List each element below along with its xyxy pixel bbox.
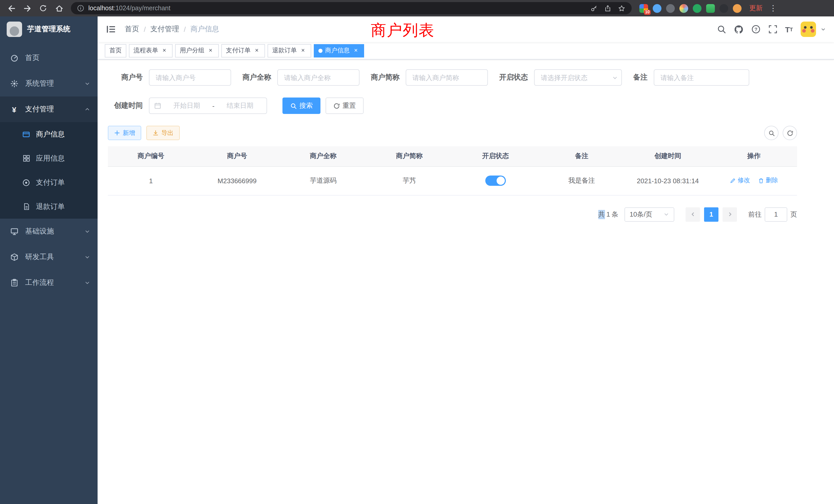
close-icon[interactable]: × bbox=[253, 47, 260, 54]
browser-home-icon[interactable] bbox=[53, 2, 65, 14]
sidebar-item-app-info[interactable]: 应用信息 bbox=[0, 146, 97, 170]
pagination-total: 共 1 条 bbox=[598, 210, 618, 219]
browser-back-icon[interactable] bbox=[5, 2, 18, 14]
calendar-icon bbox=[154, 102, 161, 109]
extension-dark-icon[interactable] bbox=[666, 4, 675, 13]
extension-avatar-icon[interactable] bbox=[733, 4, 742, 13]
payment-submenu: 商户信息 应用信息 支付订单 bbox=[0, 122, 97, 219]
chevron-down-icon bbox=[85, 79, 90, 88]
search-button[interactable]: 搜索 bbox=[282, 97, 321, 114]
sidebar-item-label: 工作流程 bbox=[25, 278, 54, 288]
sidebar-item-label: 应用信息 bbox=[36, 154, 65, 163]
toggle-search-icon[interactable] bbox=[764, 126, 778, 140]
url-host: localhost bbox=[88, 5, 114, 12]
sidebar-item-system[interactable]: 系统管理 bbox=[0, 71, 97, 96]
sidebar-item-merchant-info[interactable]: 商户信息 bbox=[0, 122, 97, 146]
bookmark-star-icon[interactable] bbox=[618, 4, 626, 12]
cell-create-time: 2021-10-23 08:31:14 bbox=[625, 166, 711, 195]
cell-merchant-name: 芋道源码 bbox=[280, 166, 367, 195]
header-search-icon[interactable] bbox=[717, 25, 726, 34]
sidebar-item-label: 支付管理 bbox=[25, 105, 54, 114]
sidebar-item-workflow[interactable]: 工作流程 bbox=[0, 270, 97, 296]
reset-button[interactable]: 重置 bbox=[326, 97, 364, 114]
status-toggle[interactable] bbox=[485, 176, 506, 186]
next-page-button[interactable] bbox=[723, 207, 737, 222]
page-unit-label: 页 bbox=[790, 210, 797, 219]
breadcrumb-separator: / bbox=[184, 25, 186, 33]
refresh-icon[interactable] bbox=[783, 126, 797, 140]
start-date-placeholder[interactable]: 开始日期 bbox=[165, 101, 209, 110]
close-icon[interactable]: × bbox=[352, 47, 359, 54]
table-header-row: 商户编号 商户号 商户全称 商户简称 开启状态 备注 创建时间 操作 bbox=[108, 146, 797, 166]
sidebar-logo[interactable]: 芋道管理系统 bbox=[0, 17, 97, 42]
tag-home[interactable]: 首页 bbox=[105, 44, 126, 57]
sidebar-item-infrastructure[interactable]: 基础设施 bbox=[0, 219, 97, 244]
page-number-button[interactable]: 1 bbox=[704, 207, 719, 222]
merchant-name-label: 商户全称 bbox=[242, 73, 271, 82]
sidebar-toggle-icon[interactable] bbox=[106, 24, 116, 35]
password-key-icon[interactable] bbox=[590, 4, 598, 12]
tag-process-form[interactable]: 流程表单 × bbox=[129, 44, 173, 57]
tags-view: 首页 流程表单 × 用户分组 × 支付订单 × 退款订单 × bbox=[97, 42, 834, 60]
extension-green-circle-icon[interactable] bbox=[693, 4, 702, 13]
box-icon bbox=[10, 253, 19, 261]
end-date-placeholder[interactable]: 结束日期 bbox=[218, 101, 262, 110]
github-icon[interactable] bbox=[733, 24, 743, 34]
prev-page-button[interactable] bbox=[686, 207, 700, 222]
browser-update-button[interactable]: 更新 bbox=[749, 4, 763, 13]
merchant-no-input[interactable] bbox=[149, 69, 231, 86]
breadcrumb-home[interactable]: 首页 bbox=[125, 25, 139, 34]
breadcrumb-payment[interactable]: 支付管理 bbox=[151, 25, 179, 34]
close-icon[interactable]: × bbox=[300, 47, 307, 54]
close-icon[interactable]: × bbox=[161, 47, 168, 54]
browser-reload-icon[interactable] bbox=[37, 2, 49, 14]
tag-user-group[interactable]: 用户分组 × bbox=[175, 44, 219, 57]
extension-blue-icon[interactable] bbox=[653, 4, 661, 13]
extension-colorful-icon[interactable] bbox=[679, 4, 688, 13]
avatar[interactable] bbox=[800, 22, 816, 37]
status-label: 开启状态 bbox=[499, 73, 528, 82]
edit-button[interactable]: 修改 bbox=[730, 176, 750, 185]
logo-image bbox=[7, 22, 22, 37]
sidebar-item-pay-order[interactable]: 支付订单 bbox=[0, 170, 97, 194]
export-button[interactable]: 导出 bbox=[146, 126, 180, 140]
address-bar[interactable]: localhost:1024/pay/merchant bbox=[71, 2, 632, 14]
create-time-range-picker[interactable]: 开始日期 - 结束日期 bbox=[149, 97, 267, 114]
sidebar-item-payment[interactable]: ¥ 支付管理 bbox=[0, 96, 97, 122]
chevron-down-icon bbox=[85, 279, 90, 287]
remark-input[interactable] bbox=[654, 69, 749, 86]
tag-merchant-info[interactable]: 商户信息 × bbox=[314, 44, 364, 57]
close-icon[interactable]: × bbox=[207, 47, 214, 54]
add-button[interactable]: 新增 bbox=[108, 126, 141, 140]
cell-merchant-id: 1 bbox=[108, 166, 194, 195]
page-size-select[interactable]: 10条/页 bbox=[624, 207, 674, 222]
sidebar-item-dev-tools[interactable]: 研发工具 bbox=[0, 244, 97, 270]
sidebar-item-home[interactable]: 首页 bbox=[0, 45, 97, 71]
browser-forward-icon[interactable] bbox=[21, 2, 34, 14]
fullscreen-icon[interactable] bbox=[768, 25, 777, 34]
grid-icon bbox=[22, 154, 30, 162]
tag-refund-order[interactable]: 退款订单 × bbox=[267, 44, 311, 57]
status-select[interactable] bbox=[534, 69, 622, 86]
tag-pay-order[interactable]: 支付订单 × bbox=[221, 44, 265, 57]
goto-page-input[interactable] bbox=[765, 207, 787, 222]
sidebar-item-refund-order[interactable]: 退款订单 bbox=[0, 194, 97, 219]
url-path: :1024/pay/merchant bbox=[114, 5, 171, 12]
avatar-caret-icon[interactable] bbox=[821, 25, 826, 34]
delete-button[interactable]: 删除 bbox=[758, 176, 778, 185]
font-size-icon[interactable]: TT bbox=[785, 25, 793, 33]
browser-menu-icon[interactable]: ⋮ bbox=[769, 4, 777, 13]
help-icon[interactable]: ? bbox=[751, 25, 760, 34]
extension-grid-icon[interactable]: 10 bbox=[639, 4, 648, 13]
merchant-short-name-input[interactable] bbox=[406, 69, 488, 86]
merchant-name-input[interactable] bbox=[277, 69, 359, 86]
extension-puzzle-icon[interactable] bbox=[720, 4, 728, 13]
extension-green-square-icon[interactable] bbox=[706, 4, 715, 13]
merchant-short-name-label: 商户简称 bbox=[371, 73, 399, 82]
chevron-down-icon bbox=[663, 211, 669, 217]
share-icon[interactable] bbox=[604, 4, 612, 12]
goto-label: 前往 bbox=[748, 210, 762, 219]
remark-label: 备注 bbox=[633, 73, 648, 82]
clipboard-icon bbox=[10, 278, 19, 287]
site-info-icon[interactable] bbox=[77, 5, 84, 12]
